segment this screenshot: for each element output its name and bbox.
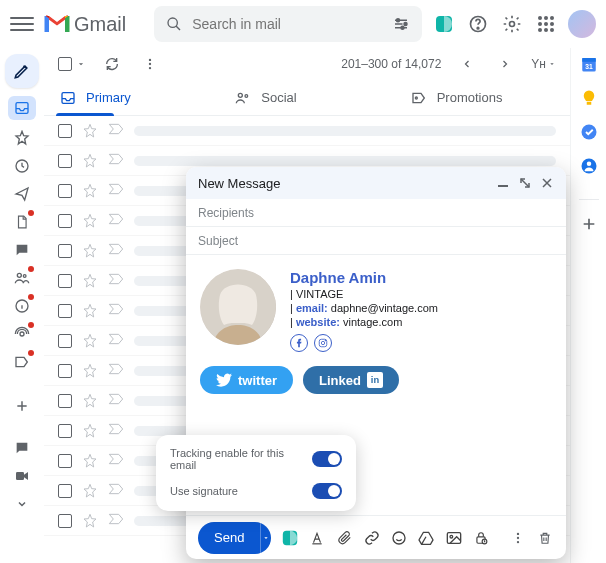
row-checkbox[interactable] <box>58 304 72 318</box>
compose-title: New Message <box>198 176 280 191</box>
ext-toolbar-icon[interactable] <box>281 528 299 548</box>
row-checkbox[interactable] <box>58 154 72 168</box>
row-checkbox[interactable] <box>58 424 72 438</box>
svg-point-3 <box>401 26 404 29</box>
image-icon[interactable] <box>445 528 462 548</box>
comment-nav-icon[interactable] <box>12 438 32 458</box>
send-button[interactable]: Send <box>198 522 271 554</box>
keep-app-icon[interactable] <box>579 88 599 108</box>
contacts-app-icon[interactable] <box>579 156 599 176</box>
tab-promotions[interactable]: Promotions <box>395 80 570 115</box>
svg-point-1 <box>404 23 407 26</box>
tab-primary[interactable]: Primary <box>44 80 219 115</box>
expand-nav-icon[interactable] <box>12 494 32 514</box>
link-icon[interactable] <box>363 528 380 548</box>
row-checkbox[interactable] <box>58 244 72 258</box>
svg-point-37 <box>415 97 417 99</box>
refresh-icon[interactable] <box>100 52 124 76</box>
linkedin-button[interactable]: Linked in <box>303 366 399 394</box>
more-options-icon[interactable] <box>510 528 527 548</box>
row-checkbox[interactable] <box>58 514 72 528</box>
emoji-icon[interactable] <box>391 528 408 548</box>
svg-point-14 <box>538 28 542 32</box>
row-checkbox[interactable] <box>58 274 72 288</box>
starred-nav-icon[interactable] <box>12 128 32 148</box>
main-menu-button[interactable] <box>10 12 34 36</box>
row-checkbox[interactable] <box>58 334 72 348</box>
tasks-app-icon[interactable] <box>579 122 599 142</box>
svg-point-55 <box>517 540 519 542</box>
addons-plus-icon[interactable] <box>579 214 599 234</box>
prev-page-icon[interactable] <box>455 52 479 76</box>
svg-point-43 <box>321 341 324 344</box>
video-nav-icon[interactable] <box>12 466 32 486</box>
calendar-app-icon[interactable]: 31 <box>579 54 599 74</box>
svg-rect-38 <box>498 185 508 187</box>
instagram-icon[interactable] <box>314 334 332 352</box>
svg-point-54 <box>517 536 519 538</box>
facebook-icon[interactable] <box>290 334 308 352</box>
broadcast-nav-icon[interactable] <box>12 324 32 344</box>
signature-toggle-label: Use signature <box>170 485 238 497</box>
confidential-icon[interactable] <box>472 528 489 548</box>
inbox-tab-icon <box>60 90 76 106</box>
support-icon[interactable] <box>466 12 490 36</box>
minimize-icon[interactable] <box>496 176 510 190</box>
row-checkbox[interactable] <box>58 454 72 468</box>
discard-icon[interactable] <box>537 528 554 548</box>
pagination-text: 201–300 of 14,072 <box>341 57 441 71</box>
signature-toggle[interactable] <box>312 483 342 499</box>
svg-text:31: 31 <box>585 63 593 70</box>
snoozed-nav-icon[interactable] <box>12 156 32 176</box>
account-avatar[interactable] <box>568 10 596 38</box>
next-page-icon[interactable] <box>493 52 517 76</box>
tab-social[interactable]: Social <box>219 80 394 115</box>
promotions-tab-icon <box>411 90 427 106</box>
extension-icon[interactable] <box>432 12 456 36</box>
sent-nav-icon[interactable] <box>12 184 32 204</box>
svg-point-33 <box>149 67 151 69</box>
select-all-checkbox[interactable] <box>58 57 72 71</box>
chat-nav-icon[interactable] <box>12 240 32 260</box>
twitter-button[interactable]: twitter <box>200 366 293 394</box>
tracking-toggle[interactable] <box>312 451 342 467</box>
row-checkbox[interactable] <box>58 214 72 228</box>
email-row[interactable] <box>44 116 570 146</box>
attach-icon[interactable] <box>336 528 353 548</box>
fullscreen-icon[interactable] <box>518 176 532 190</box>
row-checkbox[interactable] <box>58 484 72 498</box>
close-icon[interactable] <box>540 176 554 190</box>
row-checkbox[interactable] <box>58 364 72 378</box>
info-nav-icon[interactable] <box>12 296 32 316</box>
svg-point-35 <box>239 93 243 97</box>
svg-point-30 <box>586 162 591 167</box>
drafts-nav-icon[interactable] <box>12 212 32 232</box>
importance-icon[interactable] <box>108 123 124 139</box>
format-icon[interactable] <box>309 528 326 548</box>
star-icon[interactable] <box>82 123 98 139</box>
gmail-logo[interactable]: Gmail <box>44 13 126 36</box>
search-input[interactable] <box>192 16 382 32</box>
row-checkbox[interactable] <box>58 184 72 198</box>
inbox-nav-icon[interactable] <box>8 96 36 120</box>
apps-icon[interactable] <box>534 12 558 36</box>
drive-icon[interactable] <box>418 528 435 548</box>
select-dropdown-icon[interactable] <box>76 59 86 69</box>
signature-company: | VINTAGE <box>290 288 438 300</box>
add-nav-icon[interactable] <box>12 396 32 416</box>
input-lang-toggle[interactable]: Yн <box>531 57 556 71</box>
send-options-icon[interactable] <box>260 522 270 554</box>
compose-button[interactable] <box>5 54 39 88</box>
search-options-icon[interactable] <box>392 15 410 33</box>
social-tab-icon <box>235 90 251 106</box>
search-bar[interactable] <box>154 6 422 42</box>
row-checkbox[interactable] <box>58 394 72 408</box>
svg-point-9 <box>544 16 548 20</box>
row-checkbox[interactable] <box>58 124 72 138</box>
recipients-field[interactable]: Recipients <box>186 199 566 227</box>
contacts-nav-icon[interactable] <box>12 268 32 288</box>
settings-icon[interactable] <box>500 12 524 36</box>
labels-nav-icon[interactable] <box>12 352 32 372</box>
subject-field[interactable]: Subject <box>186 227 566 255</box>
more-icon[interactable] <box>138 52 162 76</box>
